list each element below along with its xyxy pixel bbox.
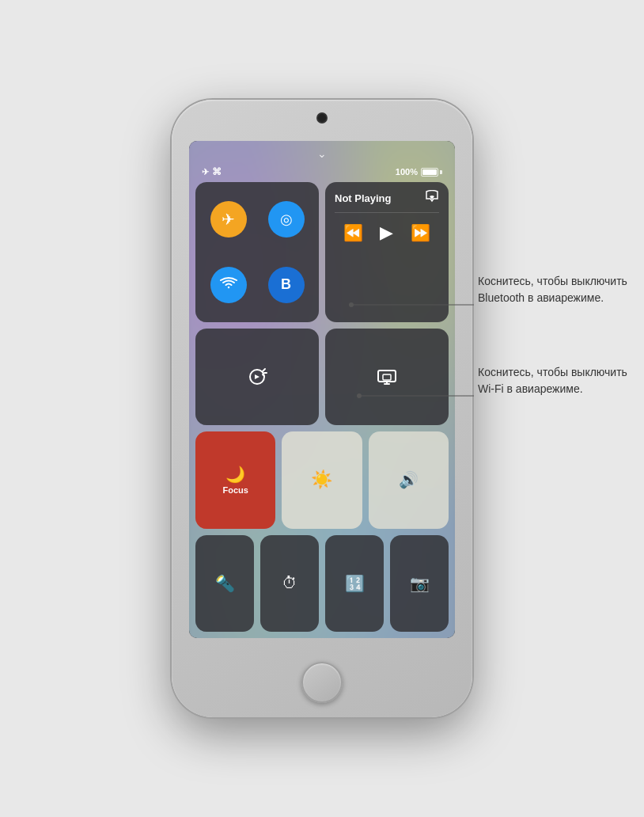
annotation-2: Коснитесь, чтобы выключить Wi-Fi в авиар…	[478, 364, 636, 397]
home-button[interactable]	[301, 662, 343, 703]
timer-button[interactable]: ⏱	[260, 535, 319, 633]
airplay-icon[interactable]	[425, 190, 439, 206]
focus-button[interactable]: 🌙 Focus	[195, 431, 275, 529]
battery-percent: 100%	[396, 167, 418, 177]
airplane-mode-button[interactable]: ✈	[210, 201, 247, 238]
front-camera	[318, 114, 326, 122]
battery-fill	[422, 169, 437, 175]
airdrop-button[interactable]: ◎	[268, 201, 305, 238]
battery-tip	[440, 170, 442, 174]
flashlight-button[interactable]: 🔦	[195, 535, 254, 633]
svg-point-4	[349, 302, 354, 307]
calculator-button[interactable]: 🔢	[325, 535, 384, 633]
annotation-1: Коснитесь, чтобы выключить Bluetooth в а…	[478, 273, 636, 306]
media-controls: ⏪ ▶ ⏩	[335, 219, 439, 246]
camera-button[interactable]: 📷	[390, 535, 449, 633]
status-left: ✈ ⌘	[202, 166, 222, 177]
scene: ⌄ ✈ ⌘ 100%	[0, 0, 644, 817]
flashlight-icon: 🔦	[215, 574, 235, 593]
bluetooth-icon: B	[281, 276, 291, 293]
wifi-icon	[220, 276, 237, 294]
focus-moon-icon: 🌙	[225, 465, 245, 484]
airplane-icon: ✈	[222, 210, 235, 229]
orientation-lock-button[interactable]	[195, 329, 319, 426]
row4: 🔦 ⏱ 🔢 📷	[195, 535, 449, 633]
wifi-status-icon: ⌘	[212, 166, 222, 177]
now-playing-title: Not Playing	[335, 192, 392, 204]
annotation-1-text: Коснитесь, чтобы выключить Bluetooth в а…	[478, 273, 636, 306]
connectivity-block: ✈ ◎	[195, 182, 319, 322]
wifi-button[interactable]	[210, 267, 247, 303]
focus-label: Focus	[222, 485, 248, 495]
bluetooth-button[interactable]: B	[268, 267, 305, 303]
status-bar: ✈ ⌘ 100%	[195, 163, 449, 182]
battery-icon	[421, 168, 442, 177]
timer-icon: ⏱	[282, 574, 297, 592]
forward-button[interactable]: ⏩	[411, 223, 430, 242]
status-right: 100%	[396, 167, 442, 177]
brightness-button[interactable]: ☀️	[282, 431, 362, 529]
annotation-line-1	[351, 297, 478, 329]
volume-button[interactable]: 🔊	[369, 431, 449, 529]
battery-body	[421, 168, 438, 177]
annotation-line-2	[359, 388, 478, 420]
rewind-button[interactable]: ⏪	[343, 223, 363, 242]
calculator-icon: 🔢	[345, 574, 365, 593]
volume-icon: 🔊	[399, 470, 419, 489]
chevron-indicator[interactable]: ⌄	[195, 147, 449, 160]
play-button[interactable]: ▶	[380, 222, 393, 243]
annotation-2-text: Коснитесь, чтобы выключить Wi-Fi в авиар…	[478, 364, 636, 397]
airplane-mode-icon: ✈	[202, 167, 209, 177]
svg-point-6	[357, 393, 362, 398]
airdrop-icon: ◎	[280, 211, 293, 228]
row3: 🌙 Focus ☀️ 🔊	[195, 431, 449, 529]
svg-rect-2	[383, 374, 391, 380]
camera-icon: 📷	[410, 574, 430, 593]
brightness-icon: ☀️	[311, 469, 332, 490]
now-playing-header: Not Playing	[335, 190, 439, 206]
